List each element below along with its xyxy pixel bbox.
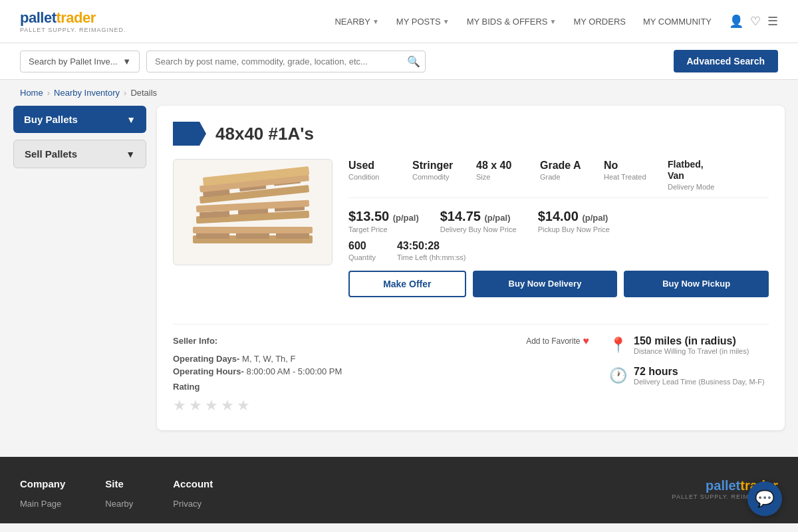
heart-icon: ♥ xyxy=(583,335,590,347)
logo-sub: PALLET SUPPLY. REIMAGINED. xyxy=(20,27,126,33)
pickup-price: $14.00 (p/pal) Pickup Buy Now Price xyxy=(538,209,610,233)
footer-grid: Company Main Page Site Nearby Account Pr… xyxy=(20,478,778,513)
breadcrumb-home[interactable]: Home xyxy=(20,88,43,98)
product-detail-card: 48x40 #1A's xyxy=(157,106,785,430)
favorites-icon[interactable]: ♡ xyxy=(750,14,761,29)
sidebar: Buy Pallets ▼ Sell Pallets ▼ xyxy=(13,106,146,430)
location-pin-icon: 📍 xyxy=(609,336,627,354)
search-type-select[interactable]: Search by Pallet Inve... ▼ xyxy=(20,51,140,72)
operating-hours-row: Operating Hours- 8:00:00 AM - 5:00:00 PM xyxy=(173,366,589,376)
buy-now-pickup-button[interactable]: Buy Now Pickup xyxy=(624,271,769,297)
nav-my-bids[interactable]: MY BIDS & OFFERS ▼ xyxy=(460,13,563,31)
seller-left: Seller Info: Add to Favorite ♥ Operating… xyxy=(173,335,589,414)
rating-stars: ★ ★ ★ ★ ★ xyxy=(173,397,589,414)
spec-delivery-mode: Flatbed,Van Delivery Mode xyxy=(668,159,721,191)
specs-pricing-section: Used Condition Stringer Commodity 48 x 4… xyxy=(348,159,769,311)
target-price: $13.50 (p/pal) Target Price xyxy=(348,209,419,233)
nav-nearby[interactable]: NEARBY ▼ xyxy=(328,13,385,31)
seller-info-label: Seller Info: xyxy=(173,336,217,346)
nearby-caret-icon: ▼ xyxy=(372,18,379,25)
breadcrumb: Home › Nearby Inventory › Details xyxy=(0,80,798,106)
pricing-row: $13.50 (p/pal) Target Price $14.75 (p/pa… xyxy=(348,209,769,233)
seller-title-row: Seller Info: Add to Favorite ♥ xyxy=(173,335,589,347)
rating-label: Rating xyxy=(173,382,200,392)
operating-days-label: Operating Days- xyxy=(173,354,239,364)
footer-privacy-link[interactable]: Privacy xyxy=(173,499,213,509)
seller-section: Seller Info: Add to Favorite ♥ Operating… xyxy=(173,324,769,414)
product-section: Used Condition Stringer Commodity 48 x 4… xyxy=(173,159,769,311)
quantity-block: 600 Quantity xyxy=(348,240,376,261)
operating-days-value: M, T, W, Th, F xyxy=(242,354,295,364)
buy-now-delivery-button[interactable]: Buy Now Delivery xyxy=(473,271,618,297)
breadcrumb-nearby-inventory[interactable]: Nearby Inventory xyxy=(54,88,120,98)
search-submit-icon[interactable]: 🔍 xyxy=(407,55,420,68)
account-icon[interactable]: 👤 xyxy=(729,14,743,29)
rating-label-row: Rating xyxy=(173,382,589,392)
operating-days-row: Operating Days- M, T, W, Th, F xyxy=(173,354,589,364)
spec-condition: Used Condition xyxy=(348,159,402,191)
nav-my-posts[interactable]: MY POSTS ▼ xyxy=(390,13,456,31)
footer-company-heading: Company xyxy=(20,478,65,489)
logo[interactable]: pallettrader PALLET SUPPLY. REIMAGINED. xyxy=(20,9,126,33)
operating-hours-value: 8:00:00 AM - 5:00:00 PM xyxy=(247,366,342,376)
star-3-icon: ★ xyxy=(205,397,218,414)
seller-right: 📍 150 miles (in radius) Distance Willing… xyxy=(609,335,769,414)
chat-bubble-button[interactable]: 💬 xyxy=(747,481,782,516)
footer-nearby-link[interactable]: Nearby xyxy=(105,499,133,509)
breadcrumb-details: Details xyxy=(130,88,157,98)
pallet-illustration xyxy=(186,166,319,259)
title-arrow-icon xyxy=(173,122,206,146)
main-nav: NEARBY ▼ MY POSTS ▼ MY BIDS & OFFERS ▼ M… xyxy=(328,13,778,31)
sell-pallets-button[interactable]: Sell Pallets ▼ xyxy=(13,140,146,168)
chat-icon: 💬 xyxy=(755,489,775,508)
main-content: Buy Pallets ▼ Sell Pallets ▼ 48x40 #1A's xyxy=(0,106,798,444)
footer-account: Account Privacy xyxy=(173,478,213,513)
spec-heat-treated: No Heat Treated xyxy=(604,159,657,191)
star-1-icon: ★ xyxy=(173,397,186,414)
add-to-favorite-button[interactable]: Add to Favorite ♥ xyxy=(526,335,589,347)
lead-time-card: 🕐 72 hours Delivery Lead Time (Business … xyxy=(609,366,769,386)
menu-icon[interactable]: ☰ xyxy=(767,14,778,29)
make-offer-button[interactable]: Make Offer xyxy=(348,271,466,297)
header-icons: 👤 ♡ ☰ xyxy=(729,14,778,29)
select-caret-icon: ▼ xyxy=(122,57,131,66)
action-buttons: Make Offer Buy Now Delivery Buy Now Pick… xyxy=(348,271,769,297)
search-bar: Search by Pallet Inve... ▼ 🔍 Advanced Se… xyxy=(0,43,798,80)
favorite-label: Add to Favorite xyxy=(526,336,580,346)
my-posts-caret-icon: ▼ xyxy=(443,18,450,25)
breadcrumb-sep-1: › xyxy=(47,88,50,98)
star-2-icon: ★ xyxy=(189,397,202,414)
product-title-bar: 48x40 #1A's xyxy=(173,122,769,146)
footer-main-page-link[interactable]: Main Page xyxy=(20,499,65,509)
time-left-block: 43:50:28 Time Left (hh:mm:ss) xyxy=(397,240,466,261)
product-image xyxy=(173,159,332,265)
logo-text: pallettrader xyxy=(20,9,96,26)
footer-account-heading: Account xyxy=(173,478,213,489)
buy-caret-icon: ▼ xyxy=(126,114,136,125)
star-5-icon: ★ xyxy=(237,397,250,414)
distance-sub: Distance Willing To Travel (in miles) xyxy=(634,347,749,355)
star-4-icon: ★ xyxy=(221,397,234,414)
svg-rect-4 xyxy=(193,227,313,233)
advanced-search-button[interactable]: Advanced Search xyxy=(674,50,779,72)
footer-site: Site Nearby xyxy=(105,478,133,513)
footer-site-heading: Site xyxy=(105,478,133,489)
buy-pallets-button[interactable]: Buy Pallets ▼ xyxy=(13,106,146,133)
distance-value: 150 miles (in radius) xyxy=(634,335,749,347)
lead-time-sub: Delivery Lead Time (Business Day, M-F) xyxy=(634,378,765,386)
nav-my-orders[interactable]: MY ORDERS xyxy=(567,13,632,31)
delivery-price: $14.75 (p/pal) Delivery Buy Now Price xyxy=(440,209,517,233)
footer-company: Company Main Page xyxy=(20,478,65,513)
operating-hours-label: Operating Hours- xyxy=(173,366,244,376)
qty-time-row: 600 Quantity 43:50:28 Time Left (hh:mm:s… xyxy=(348,240,769,261)
lead-time-value: 72 hours xyxy=(634,366,765,378)
product-title: 48x40 #1A's xyxy=(215,124,314,144)
nav-my-community[interactable]: MY COMMUNITY xyxy=(636,13,718,31)
clock-icon: 🕐 xyxy=(609,367,627,384)
search-input-wrap: 🔍 xyxy=(146,51,426,72)
sell-caret-icon: ▼ xyxy=(126,149,135,160)
specs-grid: Used Condition Stringer Commodity 48 x 4… xyxy=(348,159,769,191)
breadcrumb-sep-2: › xyxy=(124,88,126,98)
distance-card: 📍 150 miles (in radius) Distance Willing… xyxy=(609,335,769,355)
search-input[interactable] xyxy=(146,51,426,72)
